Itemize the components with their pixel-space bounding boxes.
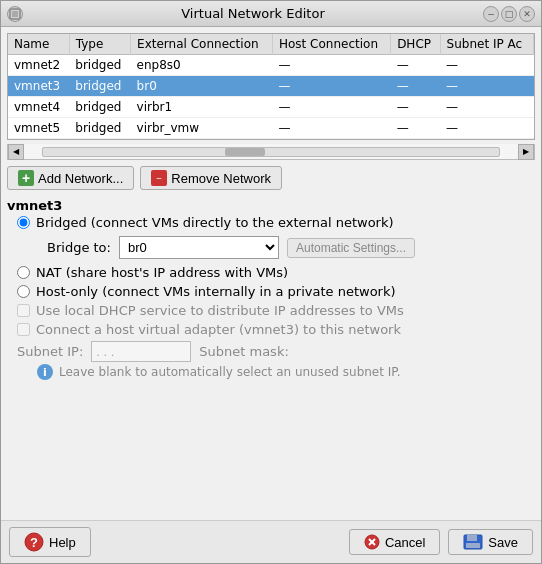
dhcp-checkbox-item[interactable]: Use local DHCP service to distribute IP … bbox=[17, 303, 535, 318]
save-button[interactable]: Save bbox=[448, 529, 533, 555]
virtual-adapter-checkbox[interactable] bbox=[17, 323, 30, 336]
bridge-to-select[interactable]: br0 bbox=[119, 236, 279, 259]
scroll-right-arrow[interactable]: ▶ bbox=[518, 144, 534, 160]
footer-right-buttons: Cancel Save bbox=[349, 529, 533, 555]
automatic-settings-button[interactable]: Automatic Settings... bbox=[287, 238, 415, 258]
remove-network-label: Remove Network bbox=[171, 171, 271, 186]
cancel-label: Cancel bbox=[385, 535, 425, 550]
bridged-radio-item[interactable]: Bridged (connect VMs directly to the ext… bbox=[17, 215, 535, 230]
remove-network-button[interactable]: − Remove Network bbox=[140, 166, 282, 190]
help-button[interactable]: ? Help bbox=[9, 527, 91, 557]
subnet-mask-label: Subnet mask: bbox=[199, 344, 289, 359]
scroll-left-arrow[interactable]: ◀ bbox=[8, 144, 24, 160]
scrollbar-track[interactable] bbox=[42, 147, 500, 157]
network-table: Name Type External Connection Host Conne… bbox=[8, 34, 534, 139]
table-cell-0-4: — bbox=[391, 55, 440, 76]
help-label: Help bbox=[49, 535, 76, 550]
cancel-icon bbox=[364, 534, 380, 550]
table-cell-3-2: virbr_vmw bbox=[131, 118, 273, 139]
table-cell-0-3: — bbox=[272, 55, 390, 76]
col-header-type: Type bbox=[69, 34, 130, 55]
col-header-subnet: Subnet IP Ac bbox=[440, 34, 533, 55]
dhcp-checkbox[interactable] bbox=[17, 304, 30, 317]
save-label: Save bbox=[488, 535, 518, 550]
info-row: i Leave blank to automatically select an… bbox=[7, 364, 535, 380]
table-cell-2-2: virbr1 bbox=[131, 97, 273, 118]
table-cell-0-2: enp8s0 bbox=[131, 55, 273, 76]
selected-network-name: vmnet3 bbox=[7, 198, 535, 213]
nat-radio-item[interactable]: NAT (share host's IP address with VMs) bbox=[17, 265, 535, 280]
auto-settings-label: Automatic Settings... bbox=[296, 241, 406, 255]
titlebar-right-controls: − □ ✕ bbox=[483, 6, 535, 22]
horizontal-scrollbar[interactable]: ◀ ▶ bbox=[7, 144, 535, 160]
host-only-radio-item[interactable]: Host-only (connect VMs internally in a p… bbox=[17, 284, 535, 299]
virtual-adapter-label: Connect a host virtual adapter (vmnet3) … bbox=[36, 322, 401, 337]
table-cell-0-0: vmnet2 bbox=[8, 55, 69, 76]
col-header-dhcp: DHCP bbox=[391, 34, 440, 55]
content-area: Name Type External Connection Host Conne… bbox=[1, 27, 541, 520]
remove-icon: − bbox=[151, 170, 167, 186]
add-icon: + bbox=[18, 170, 34, 186]
table-row[interactable]: vmnet3bridgedbr0——— bbox=[8, 76, 534, 97]
connection-type-group: Bridged (connect VMs directly to the ext… bbox=[7, 215, 535, 299]
table-cell-0-5: — bbox=[440, 55, 533, 76]
table-cell-1-5: — bbox=[440, 76, 533, 97]
table-cell-3-5: — bbox=[440, 118, 533, 139]
minimize-button[interactable]: − bbox=[483, 6, 499, 22]
info-icon: i bbox=[37, 364, 53, 380]
table-cell-3-4: — bbox=[391, 118, 440, 139]
footer-bar: ? Help Cancel Save bbox=[1, 520, 541, 563]
add-network-button[interactable]: + Add Network... bbox=[7, 166, 134, 190]
svg-rect-8 bbox=[467, 535, 477, 541]
network-toolbar: + Add Network... − Remove Network bbox=[7, 164, 535, 192]
table-header-row: Name Type External Connection Host Conne… bbox=[8, 34, 534, 55]
window-icon bbox=[7, 6, 23, 22]
table-cell-1-0: vmnet3 bbox=[8, 76, 69, 97]
network-details: vmnet3 Bridged (connect VMs directly to … bbox=[7, 196, 535, 380]
window-title: Virtual Network Editor bbox=[23, 6, 483, 21]
table-row[interactable]: vmnet2bridgedenp8s0——— bbox=[8, 55, 534, 76]
bridged-radio[interactable] bbox=[17, 216, 30, 229]
nat-radio[interactable] bbox=[17, 266, 30, 279]
table-row[interactable]: vmnet5bridgedvirbr_vmw——— bbox=[8, 118, 534, 139]
table-cell-2-4: — bbox=[391, 97, 440, 118]
virtual-adapter-checkbox-item[interactable]: Connect a host virtual adapter (vmnet3) … bbox=[17, 322, 535, 337]
scrollbar-thumb[interactable] bbox=[225, 148, 265, 156]
col-header-host: Host Connection bbox=[272, 34, 390, 55]
table-cell-2-0: vmnet4 bbox=[8, 97, 69, 118]
main-window: Virtual Network Editor − □ ✕ Name Type E… bbox=[0, 0, 542, 564]
table-cell-1-2: br0 bbox=[131, 76, 273, 97]
titlebar-left-controls bbox=[7, 6, 23, 22]
table-cell-0-1: bridged bbox=[69, 55, 130, 76]
table-cell-1-3: — bbox=[272, 76, 390, 97]
subnet-row: Subnet IP: Subnet mask: bbox=[7, 341, 535, 362]
col-header-external: External Connection bbox=[131, 34, 273, 55]
bridge-to-label: Bridge to: bbox=[47, 240, 111, 255]
nat-label: NAT (share host's IP address with VMs) bbox=[36, 265, 288, 280]
table-cell-3-0: vmnet5 bbox=[8, 118, 69, 139]
dhcp-label: Use local DHCP service to distribute IP … bbox=[36, 303, 404, 318]
subnet-ip-input[interactable] bbox=[91, 341, 191, 362]
table-cell-3-1: bridged bbox=[69, 118, 130, 139]
save-icon bbox=[463, 534, 483, 550]
info-text: Leave blank to automatically select an u… bbox=[59, 365, 401, 379]
bridged-label: Bridged (connect VMs directly to the ext… bbox=[36, 215, 394, 230]
table-cell-2-5: — bbox=[440, 97, 533, 118]
table-row[interactable]: vmnet4bridgedvirbr1——— bbox=[8, 97, 534, 118]
svg-rect-9 bbox=[466, 543, 480, 548]
table-cell-2-3: — bbox=[272, 97, 390, 118]
cancel-button[interactable]: Cancel bbox=[349, 529, 440, 555]
table-cell-1-4: — bbox=[391, 76, 440, 97]
host-only-label: Host-only (connect VMs internally in a p… bbox=[36, 284, 396, 299]
subnet-ip-label: Subnet IP: bbox=[17, 344, 83, 359]
maximize-button[interactable]: □ bbox=[501, 6, 517, 22]
col-header-name: Name bbox=[8, 34, 69, 55]
network-table-container: Name Type External Connection Host Conne… bbox=[7, 33, 535, 140]
titlebar: Virtual Network Editor − □ ✕ bbox=[1, 1, 541, 27]
close-button[interactable]: ✕ bbox=[519, 6, 535, 22]
table-cell-2-1: bridged bbox=[69, 97, 130, 118]
svg-text:?: ? bbox=[30, 535, 38, 550]
host-only-radio[interactable] bbox=[17, 285, 30, 298]
options-checkbox-group: Use local DHCP service to distribute IP … bbox=[7, 303, 535, 337]
bridge-to-row: Bridge to: br0 Automatic Settings... bbox=[17, 236, 535, 259]
